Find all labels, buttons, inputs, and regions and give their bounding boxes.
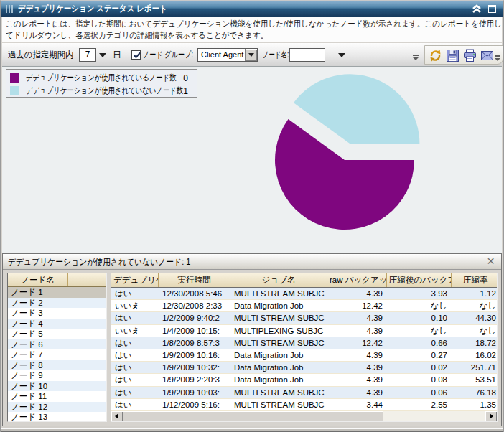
- node-list-item[interactable]: ノード 9: [8, 370, 106, 381]
- print-icon[interactable]: [463, 49, 477, 62]
- job-table-row[interactable]: はい1/8/2009 8:57:3MULTI STREAM SUBJC12.42…: [111, 337, 497, 349]
- period-dropdown[interactable]: 7: [79, 48, 96, 62]
- node-name-input[interactable]: [289, 48, 325, 62]
- job-table-column-header[interactable]: 圧縮率: [452, 273, 498, 287]
- node-name-label: ノード名:: [263, 43, 289, 67]
- job-table-cell: なし: [452, 325, 498, 337]
- job-table-cell: 4.39: [327, 325, 387, 337]
- job-table-cell: はい: [111, 387, 159, 398]
- save-icon[interactable]: [446, 49, 459, 62]
- node-list: ノード名 ノード 1ノード 2ノード 3ノード 4ノード 5ノード 6ノード 7…: [7, 273, 107, 422]
- node-list-item[interactable]: ノード 10: [8, 381, 106, 392]
- window-title: デデュプリケーション ステータス レポート: [18, 3, 167, 15]
- job-table-row[interactable]: はい1/2/2009 9:40:2MULTI STREAM SUBJC4.390…: [111, 312, 497, 324]
- job-table-row[interactable]: はい1/9/2009 2:20:3Data Migration Job4.390…: [111, 374, 497, 386]
- job-table-cell: MULTI STREAM SUBJC: [230, 337, 327, 349]
- job-table-cell: 16.02: [452, 349, 498, 361]
- report-description-text: このレポートには、指定した期間においてデデュプリケーション機能を使用した/使用し…: [6, 18, 502, 41]
- title-bar: デデュプリケーション ステータス レポート: [1, 1, 503, 17]
- job-table-cell: 1/9/2009 10:03:: [159, 387, 230, 398]
- job-table-column-header[interactable]: raw バックアップ: [327, 273, 387, 287]
- job-table-cell: はい: [111, 374, 159, 385]
- node-name-dropdown-arrow-icon[interactable]: [338, 53, 345, 57]
- job-table-cell: 2.55: [387, 399, 452, 410]
- toolbar-overflow-icon[interactable]: [413, 55, 419, 63]
- job-table-row[interactable]: はい1/9/2009 10:03:MULTI STREAM SUBJC4.390…: [111, 387, 497, 399]
- job-table-row[interactable]: いいえ12/30/2008 2:33Data Migration Job12.4…: [111, 300, 497, 312]
- job-table-cell: 12/30/2008 5:46: [159, 288, 230, 299]
- node-group-dropdown[interactable]: Client Agent: [197, 48, 258, 62]
- job-table-cell: 1/9/2009 2:20:3: [159, 374, 230, 385]
- job-table-column-header[interactable]: 圧縮後のバックアッ: [387, 273, 452, 287]
- pie-slice[interactable]: [294, 74, 419, 144]
- node-list-item[interactable]: ノード 4: [8, 319, 106, 329]
- node-list-item[interactable]: ノード 1: [8, 287, 106, 298]
- job-table-cell: はい: [111, 362, 159, 373]
- job-table-cell: 12.42: [327, 337, 387, 349]
- close-icon[interactable]: ✕: [485, 256, 496, 267]
- collapse-icon[interactable]: [472, 4, 482, 14]
- job-table-cell: 12/30/2008 2:33: [159, 300, 230, 311]
- node-list-item[interactable]: ノード 8: [8, 360, 106, 371]
- job-table-cell: MULTI STREAM SUBJC: [230, 312, 327, 324]
- legend-swatch-not-used: [10, 86, 19, 95]
- job-table-row[interactable]: はい1/9/2009 10:16:Data Migration Job4.390…: [111, 349, 497, 362]
- job-table-cell: Data Migration Job: [230, 362, 327, 373]
- node-list-item[interactable]: ノード 6: [8, 339, 106, 350]
- period-label: 過去の指定期間内: [8, 43, 73, 67]
- email-icon[interactable]: [480, 49, 494, 62]
- legend-value-used: 0: [183, 73, 188, 83]
- node-list-item[interactable]: ノード 3: [8, 308, 106, 319]
- report-window: デデュプリケーション ステータス レポート このレポートには、指定した期間におい…: [0, 0, 504, 432]
- job-table-row[interactable]: いいえ1/4/2009 10:15:MULTIPLEXING SUBJC4.39…: [111, 325, 497, 337]
- job-table-column-header[interactable]: 実行時間: [159, 273, 230, 287]
- job-table-column-header[interactable]: ジョブ名: [230, 273, 327, 287]
- job-table-cell: 18.72: [452, 337, 498, 349]
- legend-label-not-used: デデュプリケーションが使用されていないノード数: [26, 85, 138, 97]
- job-table-row[interactable]: はい1/9/2009 10:32:Data Migration Job4.390…: [111, 362, 497, 374]
- job-table-cell: 0.06: [387, 387, 452, 398]
- job-table-cell: Data Migration Job: [230, 374, 327, 385]
- job-table-cell: Data Migration Job: [230, 300, 327, 311]
- job-table-cell: 1/9/2009 10:32:: [159, 362, 230, 373]
- node-group-dropdown-button[interactable]: [245, 49, 257, 61]
- filter-bar: 過去の指定期間内 7 日 ノード グループ: Client Agent ノード名…: [2, 43, 502, 67]
- job-table-header: デデュプリケ実行時間ジョブ名raw バックアップ圧縮後のバックアッ圧縮率: [111, 273, 497, 288]
- job-table-cell: 0.10: [387, 312, 452, 324]
- scroll-right-button[interactable]: [485, 411, 497, 421]
- scrollbar-thumb[interactable]: [123, 411, 383, 421]
- report-description: このレポートには、指定した期間においてデデュプリケーション機能を使用した/使用し…: [2, 17, 502, 42]
- job-table-cell: 44.30: [452, 312, 498, 324]
- node-list-item[interactable]: ノード 2: [8, 298, 106, 309]
- restore-icon[interactable]: [488, 5, 496, 13]
- node-list-item[interactable]: ノード 11: [8, 391, 106, 402]
- toolbar-overflow-icon[interactable]: [495, 55, 501, 64]
- node-name-column-header[interactable]: ノード名: [8, 273, 68, 286]
- job-table-cell: 4.39: [327, 349, 387, 361]
- job-table-cell: 1/8/2009 8:57:3: [159, 337, 230, 349]
- job-table-cell: 12.42: [327, 300, 387, 311]
- refresh-icon[interactable]: [429, 49, 442, 62]
- job-table-row[interactable]: はい12/30/2008 5:46MULTI STREAM SUBJC4.393…: [111, 288, 497, 300]
- scroll-left-button[interactable]: [111, 411, 123, 421]
- node-list-item[interactable]: ノード 12: [8, 402, 106, 413]
- period-dropdown-arrow-icon[interactable]: [99, 53, 106, 57]
- job-table-cell: 4.39: [327, 387, 387, 398]
- node-group-checkbox[interactable]: [131, 50, 141, 60]
- job-table-cell: 53.51: [452, 374, 498, 385]
- node-list-item[interactable]: ノード 5: [8, 329, 106, 339]
- job-table-column-header[interactable]: デデュプリケ: [111, 273, 159, 287]
- node-list-item[interactable]: ノード 7: [8, 349, 106, 360]
- job-table-row[interactable]: はい1/12/2009 5:16:MULTI STREAM SUBJC3.442…: [111, 399, 497, 411]
- legend-value-not-used: 1: [183, 86, 188, 96]
- horizontal-scrollbar[interactable]: [111, 411, 497, 421]
- job-table-cell: なし: [387, 300, 452, 311]
- node-list-item[interactable]: ノード 13: [8, 412, 106, 422]
- chart-area: デデュプリケーションが使用されているノード数 0 デデュプリケーションが使用され…: [2, 67, 502, 253]
- job-table-cell: はい: [111, 312, 159, 324]
- node-list-header: ノード名: [8, 273, 106, 287]
- job-table-cell: MULTIPLEXING SUBJC: [230, 325, 327, 337]
- period-unit-label: 日: [113, 43, 121, 67]
- node-list-rows: ノード 1ノード 2ノード 3ノード 4ノード 5ノード 6ノード 7ノード 8…: [8, 287, 106, 422]
- job-table-cell: はい: [111, 337, 159, 349]
